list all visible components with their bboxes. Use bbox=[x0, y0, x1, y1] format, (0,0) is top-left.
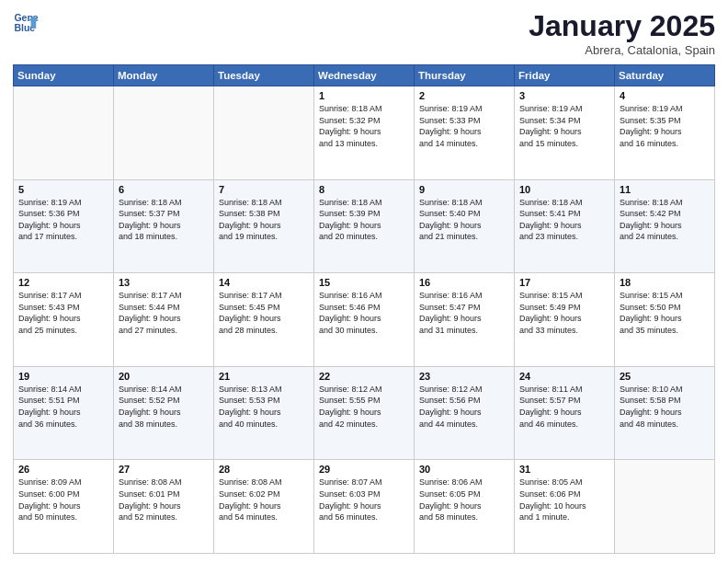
day-info: Sunrise: 8:11 AM Sunset: 5:57 PM Dayligh… bbox=[519, 384, 609, 430]
day-info: Sunrise: 8:08 AM Sunset: 6:02 PM Dayligh… bbox=[219, 477, 309, 523]
header: General Blue January 2025 Abrera, Catalo… bbox=[13, 9, 715, 57]
day-info: Sunrise: 8:19 AM Sunset: 5:35 PM Dayligh… bbox=[620, 103, 710, 149]
title-area: January 2025 Abrera, Catalonia, Spain bbox=[529, 9, 715, 57]
day-info: Sunrise: 8:18 AM Sunset: 5:42 PM Dayligh… bbox=[620, 197, 710, 243]
day-info: Sunrise: 8:19 AM Sunset: 5:36 PM Dayligh… bbox=[18, 197, 108, 243]
day-number: 5 bbox=[18, 184, 108, 195]
day-number: 3 bbox=[519, 90, 609, 101]
calendar-cell: 5Sunrise: 8:19 AM Sunset: 5:36 PM Daylig… bbox=[14, 179, 114, 273]
week-row-1: 5Sunrise: 8:19 AM Sunset: 5:36 PM Daylig… bbox=[14, 179, 715, 273]
day-number: 2 bbox=[419, 90, 509, 101]
calendar-cell bbox=[14, 86, 114, 180]
day-number: 22 bbox=[319, 371, 409, 382]
logo-icon: General Blue bbox=[13, 9, 39, 35]
day-info: Sunrise: 8:14 AM Sunset: 5:52 PM Dayligh… bbox=[119, 384, 209, 430]
day-number: 12 bbox=[18, 277, 108, 288]
day-number: 26 bbox=[18, 464, 108, 475]
day-number: 13 bbox=[119, 277, 209, 288]
calendar-cell: 10Sunrise: 8:18 AM Sunset: 5:41 PM Dayli… bbox=[515, 179, 615, 273]
day-number: 4 bbox=[620, 90, 710, 101]
calendar-cell: 4Sunrise: 8:19 AM Sunset: 5:35 PM Daylig… bbox=[615, 86, 715, 180]
weekday-header-saturday: Saturday bbox=[615, 65, 715, 86]
day-info: Sunrise: 8:07 AM Sunset: 6:03 PM Dayligh… bbox=[319, 477, 409, 523]
calendar-cell: 21Sunrise: 8:13 AM Sunset: 5:53 PM Dayli… bbox=[214, 366, 314, 460]
calendar-cell: 31Sunrise: 8:05 AM Sunset: 6:06 PM Dayli… bbox=[515, 460, 615, 554]
day-number: 10 bbox=[519, 184, 609, 195]
day-number: 17 bbox=[519, 277, 609, 288]
day-number: 11 bbox=[620, 184, 710, 195]
day-info: Sunrise: 8:19 AM Sunset: 5:33 PM Dayligh… bbox=[419, 103, 509, 149]
week-row-4: 26Sunrise: 8:09 AM Sunset: 6:00 PM Dayli… bbox=[14, 460, 715, 554]
day-info: Sunrise: 8:15 AM Sunset: 5:50 PM Dayligh… bbox=[620, 290, 710, 336]
day-number: 18 bbox=[620, 277, 710, 288]
day-info: Sunrise: 8:12 AM Sunset: 5:56 PM Dayligh… bbox=[419, 384, 509, 430]
day-number: 28 bbox=[219, 464, 309, 475]
calendar-cell: 25Sunrise: 8:10 AM Sunset: 5:58 PM Dayli… bbox=[615, 366, 715, 460]
calendar-cell bbox=[114, 86, 214, 180]
day-info: Sunrise: 8:12 AM Sunset: 5:55 PM Dayligh… bbox=[319, 384, 409, 430]
day-info: Sunrise: 8:14 AM Sunset: 5:51 PM Dayligh… bbox=[18, 384, 108, 430]
day-info: Sunrise: 8:09 AM Sunset: 6:00 PM Dayligh… bbox=[18, 477, 108, 523]
calendar-cell: 14Sunrise: 8:17 AM Sunset: 5:45 PM Dayli… bbox=[214, 273, 314, 367]
calendar-cell: 8Sunrise: 8:18 AM Sunset: 5:39 PM Daylig… bbox=[314, 179, 415, 273]
day-number: 9 bbox=[419, 184, 509, 195]
calendar-cell bbox=[615, 460, 715, 554]
week-row-2: 12Sunrise: 8:17 AM Sunset: 5:43 PM Dayli… bbox=[14, 273, 715, 367]
calendar-page: General Blue January 2025 Abrera, Catalo… bbox=[0, 0, 728, 563]
calendar-cell: 3Sunrise: 8:19 AM Sunset: 5:34 PM Daylig… bbox=[515, 86, 615, 180]
calendar-cell: 24Sunrise: 8:11 AM Sunset: 5:57 PM Dayli… bbox=[515, 366, 615, 460]
week-row-3: 19Sunrise: 8:14 AM Sunset: 5:51 PM Dayli… bbox=[14, 366, 715, 460]
calendar-cell: 1Sunrise: 8:18 AM Sunset: 5:32 PM Daylig… bbox=[314, 86, 415, 180]
calendar-cell: 16Sunrise: 8:16 AM Sunset: 5:47 PM Dayli… bbox=[415, 273, 515, 367]
day-info: Sunrise: 8:05 AM Sunset: 6:06 PM Dayligh… bbox=[519, 477, 609, 523]
day-info: Sunrise: 8:13 AM Sunset: 5:53 PM Dayligh… bbox=[219, 384, 309, 430]
day-info: Sunrise: 8:15 AM Sunset: 5:49 PM Dayligh… bbox=[519, 290, 609, 336]
calendar-cell bbox=[214, 86, 314, 180]
calendar-cell: 18Sunrise: 8:15 AM Sunset: 5:50 PM Dayli… bbox=[615, 273, 715, 367]
day-info: Sunrise: 8:18 AM Sunset: 5:38 PM Dayligh… bbox=[219, 197, 309, 243]
day-info: Sunrise: 8:06 AM Sunset: 6:05 PM Dayligh… bbox=[419, 477, 509, 523]
week-row-0: 1Sunrise: 8:18 AM Sunset: 5:32 PM Daylig… bbox=[14, 86, 715, 180]
calendar-cell: 15Sunrise: 8:16 AM Sunset: 5:46 PM Dayli… bbox=[314, 273, 415, 367]
day-info: Sunrise: 8:17 AM Sunset: 5:45 PM Dayligh… bbox=[219, 290, 309, 336]
day-number: 16 bbox=[419, 277, 509, 288]
day-number: 21 bbox=[219, 371, 309, 382]
calendar-cell: 22Sunrise: 8:12 AM Sunset: 5:55 PM Dayli… bbox=[314, 366, 415, 460]
calendar-table: SundayMondayTuesdayWednesdayThursdayFrid… bbox=[13, 64, 715, 554]
day-info: Sunrise: 8:16 AM Sunset: 5:46 PM Dayligh… bbox=[319, 290, 409, 336]
day-info: Sunrise: 8:18 AM Sunset: 5:41 PM Dayligh… bbox=[519, 197, 609, 243]
day-number: 30 bbox=[419, 464, 509, 475]
day-number: 1 bbox=[319, 90, 409, 101]
calendar-cell: 6Sunrise: 8:18 AM Sunset: 5:37 PM Daylig… bbox=[114, 179, 214, 273]
calendar-cell: 11Sunrise: 8:18 AM Sunset: 5:42 PM Dayli… bbox=[615, 179, 715, 273]
day-info: Sunrise: 8:18 AM Sunset: 5:39 PM Dayligh… bbox=[319, 197, 409, 243]
calendar-cell: 17Sunrise: 8:15 AM Sunset: 5:49 PM Dayli… bbox=[515, 273, 615, 367]
day-info: Sunrise: 8:18 AM Sunset: 5:32 PM Dayligh… bbox=[319, 103, 409, 149]
calendar-cell: 23Sunrise: 8:12 AM Sunset: 5:56 PM Dayli… bbox=[415, 366, 515, 460]
calendar-cell: 30Sunrise: 8:06 AM Sunset: 6:05 PM Dayli… bbox=[415, 460, 515, 554]
calendar-cell: 2Sunrise: 8:19 AM Sunset: 5:33 PM Daylig… bbox=[415, 86, 515, 180]
day-info: Sunrise: 8:17 AM Sunset: 5:44 PM Dayligh… bbox=[119, 290, 209, 336]
day-info: Sunrise: 8:17 AM Sunset: 5:43 PM Dayligh… bbox=[18, 290, 108, 336]
weekday-header-sunday: Sunday bbox=[14, 65, 114, 86]
day-number: 8 bbox=[319, 184, 409, 195]
logo: General Blue bbox=[13, 9, 39, 35]
day-number: 19 bbox=[18, 371, 108, 382]
weekday-header-row: SundayMondayTuesdayWednesdayThursdayFrid… bbox=[14, 65, 715, 86]
day-info: Sunrise: 8:10 AM Sunset: 5:58 PM Dayligh… bbox=[620, 384, 710, 430]
day-number: 7 bbox=[219, 184, 309, 195]
weekday-header-friday: Friday bbox=[515, 65, 615, 86]
month-title: January 2025 bbox=[529, 9, 715, 43]
day-number: 6 bbox=[119, 184, 209, 195]
day-info: Sunrise: 8:18 AM Sunset: 5:40 PM Dayligh… bbox=[419, 197, 509, 243]
calendar-cell: 19Sunrise: 8:14 AM Sunset: 5:51 PM Dayli… bbox=[14, 366, 114, 460]
day-number: 24 bbox=[519, 371, 609, 382]
day-number: 31 bbox=[519, 464, 609, 475]
weekday-header-wednesday: Wednesday bbox=[314, 65, 415, 86]
day-number: 27 bbox=[119, 464, 209, 475]
day-number: 29 bbox=[319, 464, 409, 475]
day-info: Sunrise: 8:18 AM Sunset: 5:37 PM Dayligh… bbox=[119, 197, 209, 243]
calendar-cell: 26Sunrise: 8:09 AM Sunset: 6:00 PM Dayli… bbox=[14, 460, 114, 554]
calendar-cell: 12Sunrise: 8:17 AM Sunset: 5:43 PM Dayli… bbox=[14, 273, 114, 367]
day-info: Sunrise: 8:08 AM Sunset: 6:01 PM Dayligh… bbox=[119, 477, 209, 523]
